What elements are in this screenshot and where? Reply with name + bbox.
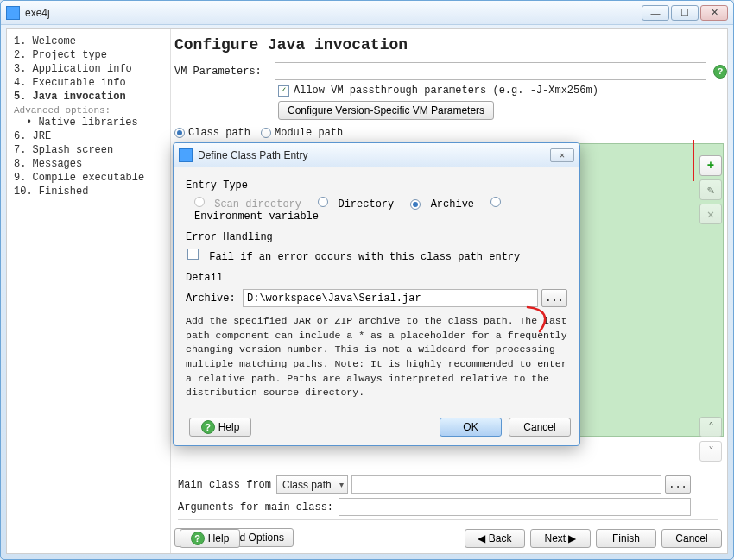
wizard-sidebar: exe4j 1. Welcome 2. Project type 3. Appl… xyxy=(7,29,171,553)
fail-on-error-label: Fail if an error occurs with this class … xyxy=(209,251,520,263)
entry-type-label: Entry Type xyxy=(186,179,567,192)
window-title: exe4j xyxy=(25,7,50,19)
step-welcome[interactable]: 1. Welcome xyxy=(14,35,163,48)
step-messages[interactable]: 8. Messages xyxy=(14,157,163,171)
step-application-info[interactable]: 3. Application info xyxy=(14,62,163,76)
dialog-titlebar[interactable]: Define Class Path Entry ✕ xyxy=(174,143,579,167)
step-executable-info[interactable]: 4. Executable info xyxy=(14,76,163,90)
maximize-button[interactable]: ☐ xyxy=(671,5,699,21)
next-button[interactable]: Next ▶ xyxy=(530,529,591,548)
entry-type-env-radio[interactable] xyxy=(490,197,501,207)
fail-on-error-checkbox[interactable] xyxy=(187,249,199,260)
entry-type-archive-label[interactable]: Archive xyxy=(431,198,474,211)
annotation-mark xyxy=(693,140,694,181)
help-icon: ? xyxy=(191,532,205,545)
delete-entry-button[interactable]: ✕ xyxy=(699,204,722,224)
finish-button[interactable]: Finish xyxy=(596,529,656,548)
vm-params-label: VM Parameters: xyxy=(174,66,275,78)
classpath-radio[interactable] xyxy=(174,128,185,138)
step-finished[interactable]: 10. Finished xyxy=(14,185,163,198)
archive-field-label: Archive: xyxy=(186,293,243,305)
wizard-footer: ? Help ◀ Back Next ▶ Finish Cancel xyxy=(174,529,722,548)
main-args-input[interactable] xyxy=(339,498,691,516)
error-handling-label: Error Handling xyxy=(186,231,567,243)
configure-version-specific-button[interactable]: Configure Version-Specific VM Parameters xyxy=(278,101,494,120)
add-entry-button[interactable]: + xyxy=(699,155,722,176)
main-class-browse-button[interactable]: ... xyxy=(665,475,691,494)
move-down-button[interactable]: ˅ xyxy=(699,441,722,462)
dialog-help-button[interactable]: ? Help xyxy=(189,418,251,437)
dialog-close-button[interactable]: ✕ xyxy=(550,148,574,162)
step-jre[interactable]: 6. JRE xyxy=(14,129,163,143)
edit-entry-button[interactable]: ✎ xyxy=(699,179,722,200)
vm-params-input[interactable] xyxy=(275,62,706,80)
entry-type-archive-radio[interactable] xyxy=(410,199,421,210)
modulepath-radio[interactable] xyxy=(261,128,271,138)
entry-type-scan-radio xyxy=(194,197,205,207)
vm-params-help-icon[interactable]: ? xyxy=(713,65,727,79)
main-class-from-select[interactable]: Class path xyxy=(276,475,348,494)
allow-passthrough-checkbox[interactable] xyxy=(278,85,289,97)
close-button[interactable]: ✕ xyxy=(700,5,728,21)
main-class-label: Main class from xyxy=(178,479,271,491)
advanced-native-libraries[interactable]: • Native libraries xyxy=(14,116,163,129)
dialog-icon xyxy=(179,148,193,162)
dialog-title: Define Class Path Entry xyxy=(198,149,307,161)
page-title: Configure Java invocation xyxy=(174,36,727,53)
dialog-help-label: Help xyxy=(218,421,240,433)
titlebar[interactable]: exe4j — ☐ ✕ xyxy=(1,1,733,25)
dialog-footer: ? Help OK Cancel xyxy=(182,418,571,437)
step-java-invocation[interactable]: 5. Java invocation xyxy=(14,90,163,104)
move-up-button[interactable]: ˄ xyxy=(699,417,722,437)
entry-type-scan-label: Scan directory xyxy=(214,198,301,211)
args-label: Arguments for main class: xyxy=(178,501,339,513)
define-classpath-entry-dialog: Define Class Path Entry ✕ Entry Type Sca… xyxy=(173,142,580,446)
back-button[interactable]: ◀ Back xyxy=(465,529,525,548)
cancel-button[interactable]: Cancel xyxy=(661,529,722,548)
step-splash-screen[interactable]: 7. Splash screen xyxy=(14,143,163,157)
help-button-label: Help xyxy=(208,532,230,544)
archive-path-input[interactable] xyxy=(243,289,538,307)
advanced-options-label: Advanced options: xyxy=(14,104,163,116)
dialog-ok-button[interactable]: OK xyxy=(440,418,502,437)
archive-description: Add the specified JAR or ZIP archive to … xyxy=(186,314,567,400)
entry-type-directory-radio[interactable] xyxy=(318,197,328,207)
allow-passthrough-label: Allow VM passthrough parameters (e.g. -J… xyxy=(294,85,598,97)
step-compile-executable[interactable]: 9. Compile executable xyxy=(14,171,163,185)
modulepath-radio-label[interactable]: Module path xyxy=(275,127,343,139)
help-button[interactable]: ? Help xyxy=(180,529,240,548)
entry-type-directory-label[interactable]: Directory xyxy=(338,198,394,211)
detail-label: Detail xyxy=(186,272,567,284)
entry-type-env-label[interactable]: Environment variable xyxy=(194,211,319,223)
main-class-input[interactable] xyxy=(351,475,661,494)
classpath-radio-label[interactable]: Class path xyxy=(188,127,250,139)
dialog-cancel-button[interactable]: Cancel xyxy=(509,418,571,437)
app-icon xyxy=(6,6,20,20)
archive-browse-button[interactable]: ... xyxy=(541,289,567,307)
classpath-reorder-toolbar: ˄ ˅ xyxy=(699,417,722,462)
classpath-list-toolbar: + ✎ ✕ xyxy=(699,155,722,224)
help-icon: ? xyxy=(201,420,215,434)
step-project-type[interactable]: 2. Project type xyxy=(14,48,163,62)
minimize-button[interactable]: — xyxy=(642,5,669,21)
